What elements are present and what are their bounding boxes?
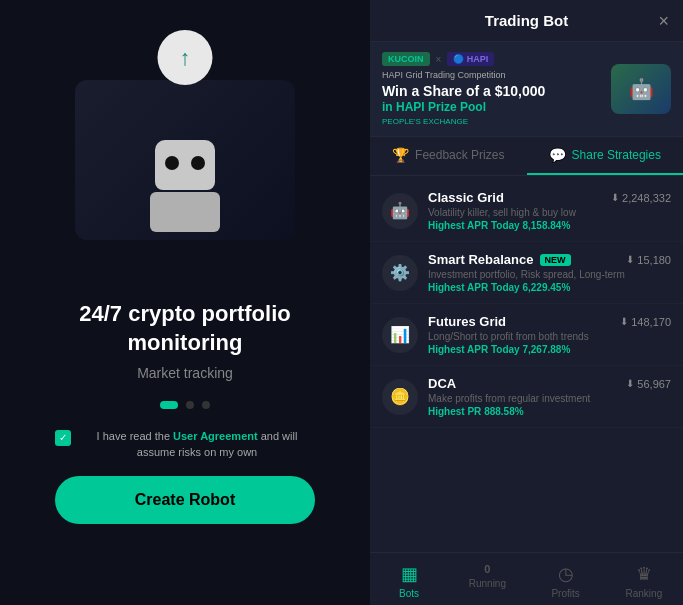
robot-body — [150, 192, 220, 232]
strategy-dca[interactable]: 🪙 DCA ⬇ 56,967 Make profits from regular… — [370, 366, 683, 428]
classic-grid-desc: Volatility killer, sell high & buy low — [428, 207, 671, 218]
dot-2 — [186, 401, 194, 409]
smart-rebalance-info: Smart Rebalance NEW ⬇ 15,180 Investment … — [428, 252, 671, 293]
monitor-graphic — [75, 80, 295, 240]
futures-grid-info: Futures Grid ⬇ 148,170 Long/Short to pro… — [428, 314, 671, 355]
ranking-icon: ♛ — [636, 563, 652, 585]
classic-grid-apr: Highest APR Today 8,158.84% — [428, 220, 671, 231]
robot-graphic — [145, 140, 225, 230]
banner-image: 🤖 — [611, 64, 671, 114]
strategy-futures-grid[interactable]: 📊 Futures Grid ⬇ 148,170 Long/Short to p… — [370, 304, 683, 366]
nav-profits-label: Profits — [551, 588, 579, 599]
nav-bots-label: Bots — [399, 588, 419, 599]
tab-share-strategies[interactable]: 💬 Share Strategies — [527, 137, 684, 175]
dca-icon: 🪙 — [382, 379, 418, 415]
smart-rebalance-count: ⬇ 15,180 — [626, 254, 671, 266]
futures-grid-apr: Highest APR Today 7,267.88% — [428, 344, 671, 355]
dca-name: DCA — [428, 376, 456, 391]
smart-rebalance-name: Smart Rebalance NEW — [428, 252, 571, 267]
modal-title: Trading Bot — [485, 12, 568, 29]
tab-feedback[interactable]: 🏆 Feedback Prizes — [370, 137, 527, 175]
nav-running[interactable]: 0 Running — [448, 561, 526, 601]
tab-feedback-label: Feedback Prizes — [415, 148, 504, 162]
dot-3 — [202, 401, 210, 409]
smart-rebalance-icon: ⚙️ — [382, 255, 418, 291]
futures-grid-name: Futures Grid — [428, 314, 506, 329]
close-button[interactable]: × — [658, 10, 669, 31]
bottom-navigation: ▦ Bots 0 Running ◷ Profits ♛ Ranking — [370, 552, 683, 605]
cross-icon: × — [436, 54, 442, 65]
sub-heading: Market tracking — [30, 365, 340, 381]
strategy-classic-grid[interactable]: 🤖 Classic Grid ⬇ 2,248,332 Volatility ki… — [370, 180, 683, 242]
promo-banner: KUCOIN × 🔵 HAPI HAPI Grid Trading Compet… — [370, 42, 683, 137]
right-panel: Trading Bot × KUCOIN × 🔵 HAPI HAPI Grid … — [370, 0, 683, 605]
hapi-badge: 🔵 HAPI — [447, 52, 494, 66]
smart-rebalance-apr: Highest APR Today 6,229.45% — [428, 282, 671, 293]
new-badge: NEW — [540, 254, 571, 266]
strategy-smart-rebalance[interactable]: ⚙️ Smart Rebalance NEW ⬇ 15,180 Investme… — [370, 242, 683, 304]
banner-main-text: Win a Share of a $10,000 — [382, 82, 603, 100]
nav-running-label: Running — [469, 578, 506, 589]
main-text-block: 24/7 crypto portfolio monitoring Market … — [30, 300, 340, 381]
agreement-checkbox[interactable]: ✓ — [55, 430, 71, 446]
left-panel: ↑ 24/7 crypto portfolio monitoring Marke… — [0, 0, 370, 605]
classic-grid-icon: 🤖 — [382, 193, 418, 229]
modal-header: Trading Bot × — [370, 0, 683, 42]
classic-grid-count: ⬇ 2,248,332 — [611, 192, 671, 204]
agreement-text: I have read the User Agreement and will … — [79, 429, 315, 460]
banner-logos: KUCOIN × 🔵 HAPI — [382, 52, 603, 66]
bots-icon: ▦ — [401, 563, 418, 585]
strategies-list: 🤖 Classic Grid ⬇ 2,248,332 Volatility ki… — [370, 176, 683, 552]
dca-count: ⬇ 56,967 — [626, 378, 671, 390]
profits-icon: ◷ — [558, 563, 574, 585]
illustration: ↑ — [45, 30, 325, 270]
nav-bots[interactable]: ▦ Bots — [370, 561, 448, 601]
avatar-icon: ↑ — [158, 30, 213, 85]
classic-grid-info: Classic Grid ⬇ 2,248,332 Volatility kill… — [428, 190, 671, 231]
dca-desc: Make profits from regular investment — [428, 393, 671, 404]
nav-ranking-label: Ranking — [626, 588, 663, 599]
user-agreement-link[interactable]: User Agreement — [173, 430, 258, 442]
dca-apr: Highest PR 888.58% — [428, 406, 671, 417]
smart-rebalance-desc: Investment portfolio, Risk spread, Long-… — [428, 269, 671, 280]
pagination-dots — [160, 401, 210, 409]
robot-eye-right — [191, 156, 205, 170]
dot-1 — [160, 401, 178, 409]
futures-grid-desc: Long/Short to profit from both trends — [428, 331, 671, 342]
dca-info: DCA ⬇ 56,967 Make profits from regular i… — [428, 376, 671, 417]
main-heading: 24/7 crypto portfolio monitoring — [30, 300, 340, 357]
running-badge: 0 — [484, 563, 490, 575]
banner-exchange-label: PEOPLE'S EXCHANGE — [382, 117, 603, 126]
share-icon: 💬 — [549, 147, 566, 163]
robot-eye-left — [165, 156, 179, 170]
nav-ranking[interactable]: ♛ Ranking — [605, 561, 683, 601]
nav-profits[interactable]: ◷ Profits — [527, 561, 605, 601]
banner-competition-text: HAPI Grid Trading Competition — [382, 70, 603, 80]
futures-grid-icon: 📊 — [382, 317, 418, 353]
kucoin-badge: KUCOIN — [382, 52, 430, 66]
futures-grid-count: ⬇ 148,170 — [620, 316, 671, 328]
tab-share-label: Share Strategies — [572, 148, 661, 162]
tabs-bar: 🏆 Feedback Prizes 💬 Share Strategies — [370, 137, 683, 176]
classic-grid-name: Classic Grid — [428, 190, 504, 205]
agreement-section: ✓ I have read the User Agreement and wil… — [55, 429, 315, 460]
create-robot-button[interactable]: Create Robot — [55, 476, 315, 524]
feedback-icon: 🏆 — [392, 147, 409, 163]
banner-subtitle: in HAPI Prize Pool — [382, 100, 603, 114]
